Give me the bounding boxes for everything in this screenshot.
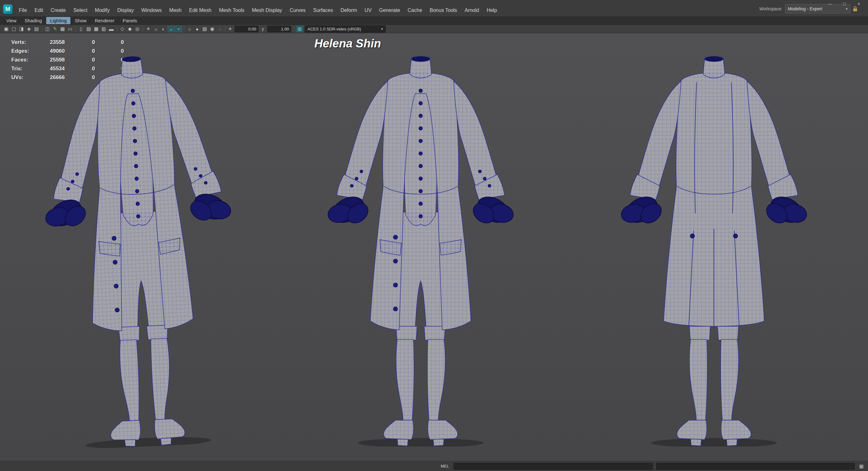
toolbar-separator (117, 26, 117, 32)
model-front-view[interactable] (307, 46, 534, 446)
select-camera-icon[interactable]: ▣ (2, 26, 10, 32)
view-transform-dropdown[interactable]: ACES 1.0 SDR-video (sRGB) ▾ (305, 26, 386, 33)
close-button[interactable]: × (851, 0, 866, 7)
maya-window: { "window": { "app": "Maya", "minimize_g… (0, 0, 868, 471)
command-line-spacer (2, 461, 438, 471)
model-shadow (85, 435, 211, 450)
textured-icon[interactable]: ▧ (201, 26, 209, 32)
chevron-down-icon: ▾ (381, 27, 383, 31)
wireframe-icon[interactable]: ○ (186, 26, 193, 32)
camera-attributes-icon[interactable]: ◨ (18, 26, 25, 32)
toolbar-separator (294, 26, 294, 32)
menu-file[interactable]: File (15, 5, 31, 16)
model-shadow (651, 438, 777, 446)
menu-curves[interactable]: Curves (286, 5, 309, 16)
panel-menu-show[interactable]: Show (71, 17, 91, 24)
panel-menu-view[interactable]: View (2, 17, 20, 24)
grease-pencil-icon[interactable]: ✎ (51, 26, 59, 32)
menu-mesh[interactable]: Mesh (165, 5, 185, 16)
main-menu-bar: File Edit Create Select Modify Display W… (15, 5, 501, 16)
window-controls: — □ × (823, 0, 866, 7)
hud-value: 0 (95, 38, 124, 47)
menu-generate[interactable]: Generate (375, 5, 404, 16)
wire-on-shaded-icon[interactable]: ◉ (209, 26, 216, 32)
hud-value: 23558 (40, 38, 65, 47)
command-result-field[interactable] (656, 463, 855, 470)
title-bar: M File Edit Create Select Modify Display… (0, 0, 868, 16)
occlusion-icon[interactable]: ◒ (167, 26, 175, 32)
model-shadow (358, 438, 484, 446)
exposure-field[interactable]: 0.00 (235, 26, 258, 32)
workspace-label: Workspace: (759, 6, 782, 11)
hud-value: 0 (65, 38, 95, 47)
all-lights-icon[interactable]: ☼ (152, 26, 160, 32)
toolbar-separator (225, 26, 225, 32)
menu-edit-mesh[interactable]: Edit Mesh (185, 5, 215, 16)
film-gate-icon[interactable]: ▭ (66, 26, 74, 32)
frame-selection-icon[interactable]: ◆ (126, 26, 134, 32)
exposure-icon[interactable]: ☀ (227, 26, 233, 31)
menu-cache[interactable]: Cache (404, 5, 426, 16)
menu-deform[interactable]: Deform (337, 5, 361, 16)
isolate-select-icon[interactable]: ◎ (134, 26, 141, 32)
field-chart-icon[interactable]: ▩ (92, 26, 100, 32)
menu-mesh-display[interactable]: Mesh Display (248, 5, 286, 16)
workspace-value: Modeling - Expert (788, 6, 823, 11)
command-input[interactable] (454, 463, 653, 470)
menu-uv[interactable]: UV (361, 5, 375, 16)
default-lighting-icon[interactable]: ☀ (145, 26, 152, 32)
toolbar-separator (75, 26, 76, 32)
shadows-icon[interactable]: ◐ (160, 26, 167, 32)
panel-menu-renderer[interactable]: Renderer (91, 17, 118, 24)
gamma-icon[interactable]: γ (260, 26, 266, 31)
menu-modify[interactable]: Modify (91, 5, 114, 16)
menu-edit[interactable]: Edit (31, 5, 47, 16)
toolbar-separator (143, 26, 143, 32)
menu-mesh-tools[interactable]: Mesh Tools (215, 5, 248, 16)
menu-display[interactable]: Display (114, 5, 137, 16)
panel-menu-shading[interactable]: Shading (21, 17, 45, 24)
panel-menu-bar: View Shading Lighting Show Renderer Pane… (0, 16, 868, 25)
menu-windows[interactable]: Windows (137, 5, 165, 16)
maximize-button[interactable]: □ (837, 0, 851, 7)
model-back-view[interactable] (600, 46, 828, 446)
viewport-toolbar: ▣ ▢ ◨ ◈ ▤ ◫ ✎ ▦ ▭ ▯ ▨ ▩ ▥ ▬ ◇ ◆ ◎ ☀ ☼ ◐ … (0, 25, 868, 33)
anti-alias-icon[interactable]: ◓ (175, 26, 182, 32)
view-transform-value: ACES 1.0 SDR-video (sRGB) (307, 27, 361, 31)
lock-camera-icon[interactable]: ▢ (10, 26, 18, 32)
minimize-button[interactable]: — (823, 0, 837, 7)
bookmark-icon[interactable]: ◈ (25, 26, 33, 32)
menu-surfaces[interactable]: Surfaces (309, 5, 337, 16)
shaded-icon[interactable]: ● (193, 26, 201, 32)
panel-menu-panels[interactable]: Panels (119, 17, 141, 24)
model-three-quarter-view[interactable] (17, 41, 262, 451)
maya-logo-icon: M (3, 4, 12, 14)
menu-bonus-tools[interactable]: Bonus Tools (426, 5, 461, 16)
hud-label: Verts: (11, 38, 40, 47)
resolution-gate-icon[interactable]: ▯ (78, 26, 85, 32)
safe-action-icon[interactable]: ▥ (100, 26, 107, 32)
script-editor-icon[interactable]: ▦ (857, 463, 866, 470)
command-line-bar: MEL ▦ (0, 461, 868, 471)
image-plane-icon[interactable]: ▤ (33, 26, 40, 32)
safe-title-icon[interactable]: ▬ (107, 26, 115, 32)
menu-create[interactable]: Create (47, 5, 69, 16)
toolbar-separator (42, 26, 42, 32)
hud-row-verts: Verts: 23558 0 0 (11, 38, 124, 47)
menu-arnold[interactable]: Arnold (461, 5, 483, 16)
frame-all-icon[interactable]: ◇ (119, 26, 126, 32)
viewport[interactable]: Verts: 23558 0 0 Edges: 49060 0 0 Faces:… (0, 33, 868, 461)
grid-icon[interactable]: ▦ (59, 26, 66, 32)
color-management-icon[interactable]: ▦ (296, 26, 303, 32)
toolbar-separator (184, 26, 184, 32)
menu-select[interactable]: Select (69, 5, 91, 16)
mel-toggle-button[interactable]: MEL (438, 464, 452, 469)
menu-help[interactable]: Help (483, 5, 501, 16)
two-d-pan-zoom-icon[interactable]: ◫ (44, 26, 51, 32)
gamma-field[interactable]: 1.00 (267, 26, 291, 32)
gate-mask-icon[interactable]: ▨ (85, 26, 92, 32)
xray-icon[interactable]: ◌ (216, 26, 223, 32)
panel-menu-lighting[interactable]: Lighting (46, 17, 70, 24)
